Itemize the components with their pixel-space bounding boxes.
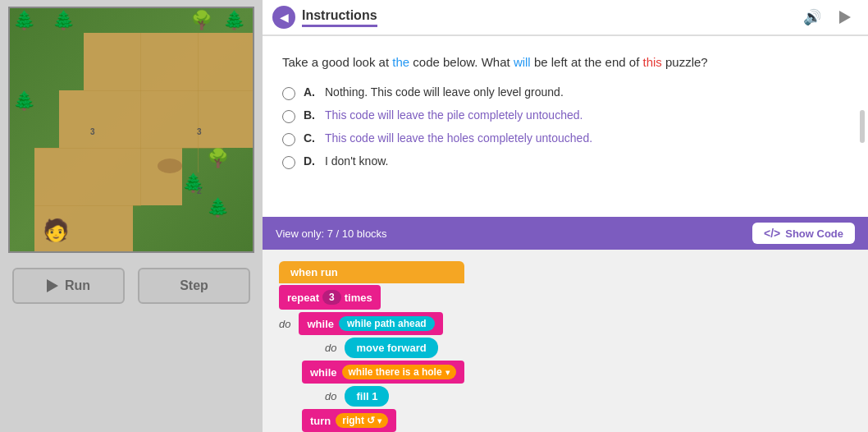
grid-number: 3: [197, 127, 202, 136]
radio-c[interactable]: [282, 133, 295, 146]
do-label-1: do: [279, 316, 294, 332]
hole-condition: while there is a hole ▾: [342, 365, 456, 379]
code-icon: </>: [764, 227, 780, 240]
highlight-the: the: [392, 55, 409, 69]
block-turn-row: turn right ↺ ▾: [302, 409, 464, 432]
radio-b[interactable]: [282, 110, 295, 123]
block-do-fill-row: do fill 1: [325, 386, 464, 407]
tree-decoration: 🌳: [190, 10, 212, 31]
left-panel: 🌲 🌲 🌲 🌳 🌲 🌲 🌳 🌲 3 3 2 🧑 Run Step: [0, 0, 263, 432]
block-repeat-row: repeat 3 times: [279, 285, 464, 310]
instructions-tab[interactable]: Instructions: [302, 8, 377, 27]
path-ahead-condition: while path ahead: [339, 316, 435, 331]
run-label: Run: [65, 278, 90, 293]
letter-a: A.: [304, 85, 317, 99]
right-panel: ◀ Instructions 🔊 Take a good look at the…: [263, 0, 868, 432]
code-area-header: View only: 7 / 10 blocks </> Show Code: [263, 217, 868, 250]
grid-number: 3: [90, 127, 95, 136]
tree-decoration: 🌲: [207, 197, 229, 218]
tree-decoration: 🌲: [223, 10, 245, 31]
option-a[interactable]: A. Nothing. This code will leave only le…: [282, 85, 848, 100]
times-text: times: [345, 292, 372, 304]
block-fill[interactable]: fill 1: [345, 386, 389, 407]
audio-icon: 🔊: [803, 8, 821, 26]
run-button[interactable]: Run: [12, 268, 125, 304]
letter-c: C.: [304, 131, 317, 145]
blocks-area: when run repeat 3 times do while w: [263, 250, 868, 432]
option-d[interactable]: D. I don't know.: [282, 154, 848, 169]
radio-a[interactable]: [282, 87, 295, 100]
block-while-hole-row: while while there is a hole ▾: [302, 361, 464, 384]
highlight-will: will: [514, 55, 531, 69]
game-canvas: 🌲 🌲 🌲 🌳 🌲 🌲 🌳 🌲 3 3 2 🧑: [8, 7, 254, 253]
letter-d: D.: [304, 154, 317, 168]
hole-dropdown-arrow: ▾: [445, 368, 450, 377]
scroll-indicator: [860, 110, 865, 143]
repeat-number: 3: [322, 290, 341, 305]
instructions-question: Take a good look at the code below. What…: [282, 53, 848, 72]
block-turn[interactable]: turn right ↺ ▾: [302, 409, 396, 432]
radio-d[interactable]: [282, 156, 295, 169]
repeat-text: repeat: [287, 292, 319, 304]
while-text-2: while: [310, 366, 337, 379]
text-c: This code will leave the holes completel…: [325, 131, 592, 145]
view-only-label: View only: 7 / 10 blocks: [276, 227, 387, 240]
tab-play-button[interactable]: [832, 4, 858, 30]
block-move-forward[interactable]: move forward: [345, 338, 437, 358]
block-program: when run repeat 3 times do while w: [279, 261, 464, 432]
tree-decoration: 🌲: [53, 10, 75, 31]
highlight-this: this: [642, 55, 661, 69]
play-icon: [47, 279, 58, 292]
back-icon: ◀: [280, 11, 289, 24]
show-code-label: Show Code: [785, 227, 843, 240]
step-button[interactable]: Step: [138, 268, 250, 304]
grid-number: 2: [197, 186, 202, 195]
game-controls: Run Step: [12, 268, 250, 304]
tab-play-icon: [839, 11, 851, 24]
option-b[interactable]: B. This code will leave the pile complet…: [282, 108, 848, 123]
tree-decoration: 🌲: [13, 90, 35, 112]
player-character: 🧑: [43, 218, 69, 243]
text-a: Nothing. This code will leave only level…: [325, 85, 564, 99]
tree-decoration: 🌲: [13, 10, 35, 31]
option-c[interactable]: C. This code will leave the holes comple…: [282, 131, 848, 146]
turn-text: turn: [310, 415, 331, 427]
block-do-row: do while while path ahead: [279, 312, 464, 335]
text-b: This code will leave the pile completely…: [325, 108, 582, 122]
block-when-run[interactable]: when run: [279, 261, 464, 283]
while-text-1: while: [307, 318, 334, 330]
answer-options: A. Nothing. This code will leave only le…: [282, 85, 848, 169]
turn-value[interactable]: right ↺ ▾: [336, 413, 388, 428]
hole-text: while there is a hole: [349, 366, 442, 378]
block-while-hole[interactable]: while while there is a hole ▾: [302, 361, 464, 384]
show-code-button[interactable]: </> Show Code: [752, 223, 855, 244]
tree-decoration: 🌳: [207, 148, 229, 169]
block-do-move-row: do move forward: [325, 338, 464, 358]
turn-direction: right ↺: [342, 415, 375, 426]
do-label-2: do: [325, 340, 340, 356]
letter-b: B.: [304, 108, 317, 122]
do-label-3: do: [325, 388, 340, 404]
block-repeat[interactable]: repeat 3 times: [279, 285, 381, 310]
step-label: Step: [180, 278, 208, 293]
text-d: I don't know.: [325, 154, 388, 168]
tab-back-button[interactable]: ◀: [272, 6, 295, 29]
turn-dropdown-arrow: ▾: [377, 416, 381, 425]
block-while-path[interactable]: while while path ahead: [299, 312, 442, 335]
instructions-content: Take a good look at the code below. What…: [263, 36, 868, 217]
audio-button[interactable]: 🔊: [799, 4, 825, 30]
tab-header: ◀ Instructions 🔊: [263, 0, 868, 36]
